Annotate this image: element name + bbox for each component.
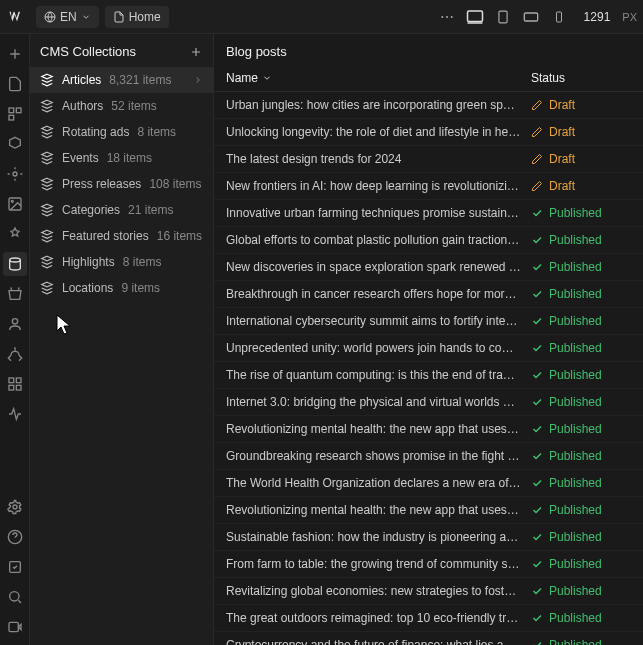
row-name: Groundbreaking research shows promise in…: [226, 449, 531, 463]
column-header-status[interactable]: Status: [531, 71, 631, 85]
table-row[interactable]: Innovative urban farming techniques prom…: [214, 200, 643, 227]
collection-count: 16 items: [157, 229, 202, 243]
check-icon: [531, 261, 543, 273]
collection-count: 52 items: [111, 99, 156, 113]
row-name: Urban jungles: how cities are incorporat…: [226, 98, 531, 112]
help-tool-icon[interactable]: [3, 525, 27, 549]
collection-name: Categories: [62, 203, 120, 217]
search-tool-icon[interactable]: [3, 585, 27, 609]
table-row[interactable]: Cryptocurrency and the future of finance…: [214, 632, 643, 645]
collection-item[interactable]: Featured stories16 items: [30, 223, 213, 249]
collection-item[interactable]: Events18 items: [30, 145, 213, 171]
pages-tool-icon[interactable]: [3, 72, 27, 96]
table-row[interactable]: Revitalizing global economies: new strat…: [214, 578, 643, 605]
table-row[interactable]: Global efforts to combat plastic polluti…: [214, 227, 643, 254]
table-row[interactable]: Sustainable fashion: how the industry is…: [214, 524, 643, 551]
collection-count: 8 items: [123, 255, 162, 269]
audit-tool-icon[interactable]: [3, 555, 27, 579]
breakpoint-tablet-icon[interactable]: [494, 8, 512, 26]
check-icon: [531, 315, 543, 327]
collection-icon: [40, 177, 54, 191]
table-row[interactable]: Groundbreaking research shows promise in…: [214, 443, 643, 470]
breakpoint-desktop-icon[interactable]: [466, 8, 484, 26]
more-icon[interactable]: [438, 8, 456, 26]
check-icon: [531, 477, 543, 489]
table-row[interactable]: New discoveries in space exploration spa…: [214, 254, 643, 281]
collection-count: 21 items: [128, 203, 173, 217]
row-status: Published: [531, 638, 631, 645]
check-icon: [531, 639, 543, 645]
table-row[interactable]: From farm to table: the growing trend of…: [214, 551, 643, 578]
interactions-tool-icon[interactable]: [3, 402, 27, 426]
collections-title: CMS Collections: [40, 44, 136, 59]
table-row[interactable]: The rise of quantum computing: is this t…: [214, 362, 643, 389]
table-row[interactable]: The great outdoors reimagined: top 10 ec…: [214, 605, 643, 632]
styles-tool-icon[interactable]: [3, 162, 27, 186]
app-logo[interactable]: [6, 6, 28, 28]
row-name: Revitalizing global economies: new strat…: [226, 584, 531, 598]
viewport-unit: PX: [622, 11, 637, 23]
table-row[interactable]: International cybersecurity summit aims …: [214, 308, 643, 335]
breakpoint-mobile-icon[interactable]: [550, 8, 568, 26]
breakpoint-landscape-icon[interactable]: [522, 8, 540, 26]
collection-item[interactable]: Categories21 items: [30, 197, 213, 223]
table-row[interactable]: Revolutionizing mental health: the new a…: [214, 497, 643, 524]
collection-item[interactable]: Press releases108 items: [30, 171, 213, 197]
row-status: Published: [531, 287, 631, 301]
collection-item[interactable]: Highlights8 items: [30, 249, 213, 275]
table-row[interactable]: The World Health Organization declares a…: [214, 470, 643, 497]
add-collection-button[interactable]: [189, 45, 203, 59]
collection-item[interactable]: Rotating ads8 items: [30, 119, 213, 145]
table-row[interactable]: The latest design trends for 2024Draft: [214, 146, 643, 173]
table-row[interactable]: Urban jungles: how cities are incorporat…: [214, 92, 643, 119]
cms-tool-icon[interactable]: [3, 252, 27, 276]
locale-switcher[interactable]: EN: [36, 6, 99, 28]
page-indicator[interactable]: Home: [105, 6, 169, 28]
components-tool-icon[interactable]: [3, 132, 27, 156]
table-row[interactable]: Unlocking longevity: the role of diet an…: [214, 119, 643, 146]
ecommerce-tool-icon[interactable]: [3, 282, 27, 306]
row-name: Unlocking longevity: the role of diet an…: [226, 125, 531, 139]
row-status: Published: [531, 314, 631, 328]
add-tool-icon[interactable]: [3, 42, 27, 66]
column-header-name[interactable]: Name: [226, 71, 531, 85]
row-name: Revolutionizing mental health: the new a…: [226, 422, 531, 436]
svg-rect-8: [9, 108, 14, 113]
assets-tool-icon[interactable]: [3, 192, 27, 216]
check-icon: [531, 504, 543, 516]
logic-tool-icon[interactable]: [3, 342, 27, 366]
table-row[interactable]: New frontiers in AI: how deep learning i…: [214, 173, 643, 200]
svg-rect-10: [9, 115, 14, 120]
collection-icon: [40, 151, 54, 165]
locale-label: EN: [60, 10, 77, 24]
navigator-tool-icon[interactable]: [3, 102, 27, 126]
collection-icon: [40, 203, 54, 217]
check-icon: [531, 207, 543, 219]
table-row[interactable]: Revolutionizing mental health: the new a…: [214, 416, 643, 443]
collection-name: Events: [62, 151, 99, 165]
collection-count: 108 items: [149, 177, 201, 191]
apps-tool-icon[interactable]: [3, 372, 27, 396]
settings-tool-icon[interactable]: [3, 495, 27, 519]
collection-item[interactable]: Authors52 items: [30, 93, 213, 119]
users-tool-icon[interactable]: [3, 312, 27, 336]
check-icon: [531, 423, 543, 435]
check-icon: [531, 234, 543, 246]
check-icon: [531, 585, 543, 597]
table-row[interactable]: Internet 3.0: bridging the physical and …: [214, 389, 643, 416]
topbar: EN Home 1291 PX: [0, 0, 643, 34]
svg-rect-6: [524, 13, 537, 21]
collection-item[interactable]: Locations9 items: [30, 275, 213, 301]
viewport-width[interactable]: 1291: [584, 10, 611, 24]
video-tool-icon[interactable]: [3, 615, 27, 639]
row-status: Draft: [531, 152, 631, 166]
table-row[interactable]: Unprecedented unity: world powers join h…: [214, 335, 643, 362]
row-status: Published: [531, 476, 631, 490]
row-status: Draft: [531, 179, 631, 193]
row-name: Global efforts to combat plastic polluti…: [226, 233, 531, 247]
check-icon: [531, 369, 543, 381]
variables-tool-icon[interactable]: [3, 222, 27, 246]
svg-point-20: [13, 505, 17, 509]
table-row[interactable]: Breakthrough in cancer research offers h…: [214, 281, 643, 308]
collection-item[interactable]: Articles8,321 items: [30, 67, 213, 93]
